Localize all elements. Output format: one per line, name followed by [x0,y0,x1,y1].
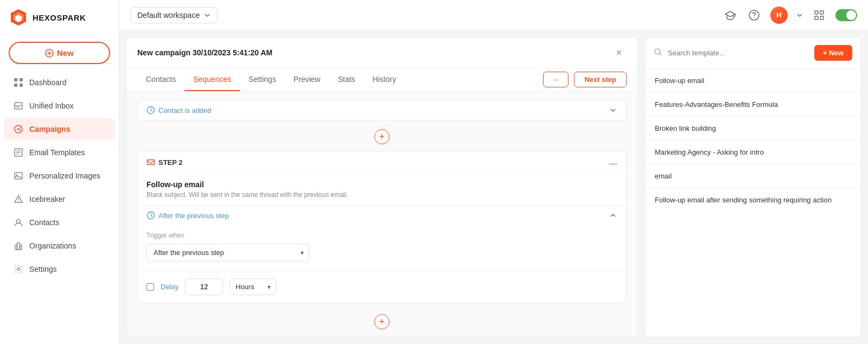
add-step-area: + [137,125,627,149]
logo-area: HEXOSPARK [0,0,119,35]
toggle-thumb [846,10,856,20]
add-step-button-1[interactable]: + [374,129,390,144]
sidebar-item-label-campaigns: Campaigns [29,125,70,133]
back-button[interactable]: ← [543,72,569,87]
clock-trigger-icon [146,211,155,220]
step2-card: STEP 2 Follow-up email Blank subject. Wi… [137,151,627,303]
chevron-down-step1-icon [609,106,617,114]
step2-desc: Blank subject. Will be sent in the same … [146,191,617,199]
tab-sequences[interactable]: Sequences [184,68,240,91]
delay-section: Delay Minutes Hours Days ▾ [138,270,626,303]
sidebar-item-label-contacts: Contacts [29,218,59,227]
sidebar-item-label-email-templates: Email Templates [29,148,85,157]
clock-icon [146,106,155,114]
sidebar-item-email-templates[interactable]: Email Templates [4,141,114,164]
step2-collapse-btn[interactable] [609,160,617,165]
sidebar-item-label-unified-inbox: Unified Inbox [29,101,74,110]
svg-point-29 [754,17,755,18]
sidebar-item-campaigns[interactable]: Campaigns [4,118,114,141]
step2-trigger-label: After the previous step [158,212,229,220]
images-icon [13,170,24,181]
step2-body: Follow-up email Blank subject. Will be s… [138,174,626,205]
trigger-select[interactable]: After the previous step After a specific… [146,244,309,262]
campaign-body: Contact is added + [126,91,637,337]
delay-input[interactable] [185,278,223,295]
template-item-5[interactable]: email [645,164,861,188]
template-panel: + New Follow-up email Features-Advantage… [644,37,861,337]
logo-text: HEXOSPARK [33,13,86,22]
search-icon [654,48,662,58]
svg-rect-31 [820,11,824,14]
delay-checkbox[interactable] [146,283,154,291]
svg-rect-16 [15,173,22,179]
sidebar-item-contacts[interactable]: Contacts [4,211,114,234]
campaign-header: New campaign 30/10/2023 5:41:20 AM × [126,37,637,68]
step2-trigger-section: After the previous step Trigger when Aft… [138,205,626,270]
dashboard-icon [13,77,24,88]
template-new-button[interactable]: + New [814,45,852,61]
template-item-2[interactable]: Features-Advantages-Benefits Formula [645,93,861,117]
close-button[interactable]: × [611,45,627,60]
question-circle-icon[interactable] [746,8,762,23]
template-item-4[interactable]: Marketing Agency - Asking for intro [645,141,861,164]
step2-label: STEP 2 [146,158,183,167]
top-bar: Default workspace H [119,0,868,30]
workspace-selector[interactable]: Default workspace [130,7,218,23]
tab-preview[interactable]: Preview [285,68,329,91]
avatar[interactable]: H [770,7,788,24]
chevron-down-icon [204,12,210,18]
templates-icon [13,147,24,158]
svg-rect-35 [148,160,155,165]
toggle-switch[interactable] [835,9,857,21]
step2-trigger-header-left: After the previous step [146,211,229,220]
contacts-icon [13,217,24,228]
sidebar-item-icebreaker[interactable]: Icebreaker [4,188,114,211]
sidebar-nav: Dashboard Unified Inbox Campaigns [0,71,119,281]
svg-point-26 [17,268,20,271]
template-item-6[interactable]: Follow-up email after sending something … [645,188,861,212]
step2-name: Follow-up email [146,180,617,189]
plus-icon [45,49,54,58]
trigger-select-wrapper: After the previous step After a specific… [146,244,309,262]
hexospark-logo-icon [9,8,28,27]
delay-label: Delay [161,283,178,291]
step2-header: STEP 2 [138,151,626,174]
campaign-tabs: Contacts Sequences Settings Preview Stat… [126,68,637,91]
svg-rect-32 [815,16,818,20]
step2-trigger-header[interactable]: After the previous step [138,206,626,225]
chevron-up-icon [609,211,617,220]
step1-trigger-text: Contact is added [146,106,212,114]
sidebar-item-dashboard[interactable]: Dashboard [4,71,114,94]
template-item-3[interactable]: Broken link building [645,117,861,141]
sidebar-item-organizations[interactable]: Organizations [4,234,114,257]
campaign-title: New campaign 30/10/2023 5:41:20 AM [137,48,272,57]
svg-rect-6 [14,78,17,81]
next-step-button[interactable]: Next step [574,72,627,87]
delay-unit-select[interactable]: Minutes Hours Days [229,278,276,295]
sidebar-item-unified-inbox[interactable]: Unified Inbox [4,94,114,117]
tab-history[interactable]: History [364,68,405,91]
tab-contacts[interactable]: Contacts [137,68,184,91]
svg-point-37 [655,49,660,54]
new-button[interactable]: New [9,42,110,64]
graduation-cap-icon[interactable] [723,8,738,23]
sidebar-item-label-organizations: Organizations [29,241,76,250]
step1-label: Contact is added [158,106,212,114]
sidebar-item-personalized-images[interactable]: Personalized Images [4,164,114,187]
grid-icon[interactable] [812,8,827,23]
sidebar-item-settings[interactable]: Settings [4,258,114,281]
tab-stats[interactable]: Stats [329,68,364,91]
add-step-button-2[interactable]: + [374,314,390,329]
campaigns-icon [13,124,24,135]
svg-rect-33 [820,16,824,20]
template-search-input[interactable] [668,49,809,57]
sidebar-item-label-icebreaker: Icebreaker [29,195,65,203]
icebreaker-icon [13,194,24,205]
top-bar-right: H [723,7,857,24]
svg-line-38 [660,54,661,55]
template-item-1[interactable]: Follow-up email [645,69,861,93]
step1-trigger-bar[interactable]: Contact is added [137,100,627,120]
tab-actions: ← Next step [543,72,627,87]
tab-settings[interactable]: Settings [240,68,285,91]
organizations-icon [13,240,24,251]
